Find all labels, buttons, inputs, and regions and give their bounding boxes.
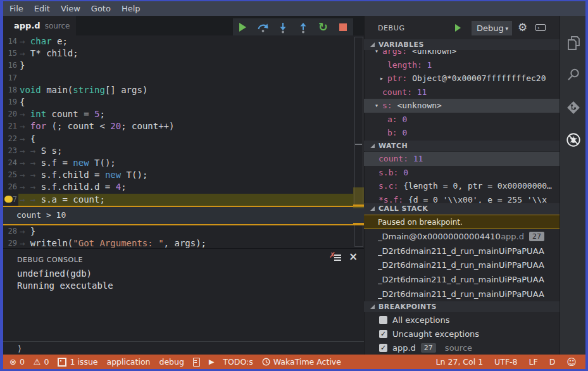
- line-number[interactable]: 25: [3, 169, 17, 181]
- callstack-frame[interactable]: _D2rt6dmain211_d_run_mainUiPPaPUAA…: [364, 244, 560, 258]
- callstack-frame[interactable]: _D2rt6dmain211_d_run_mainUiPPaPUAA…: [364, 287, 560, 301]
- line-number[interactable]: 17: [3, 72, 17, 84]
- console-prompt[interactable]: ⟩: [17, 344, 22, 353]
- breakpoint-item[interactable]: ✓Uncaught exceptions: [364, 327, 560, 341]
- restart-button[interactable]: ↻: [315, 20, 330, 34]
- status-errors[interactable]: ⊗ 0: [9, 357, 25, 367]
- line-number[interactable]: 28: [3, 225, 17, 237]
- section-header-breakpoints[interactable]: BREAKPOINTS: [364, 301, 560, 312]
- code-line-21[interactable]: 21→ for (; count < 20; count++): [3, 120, 353, 132]
- variable-row[interactable]: b: 0: [364, 126, 560, 140]
- watch-row[interactable]: s.c: {length = 0, ptr = 0x00000000…: [364, 179, 560, 193]
- breakpoint-item[interactable]: All exceptions: [364, 313, 560, 327]
- menu-item-view[interactable]: View: [61, 4, 80, 13]
- line-number[interactable]: 24: [3, 157, 17, 169]
- code-line-24[interactable]: 24→ → s.f = new T();: [3, 157, 353, 169]
- status-file-button[interactable]: [193, 358, 200, 367]
- code-line-16[interactable]: 16}: [3, 60, 353, 72]
- line-number[interactable]: 19: [3, 96, 17, 108]
- code-line-25[interactable]: 25→ → s.f.child = new T();: [3, 169, 353, 181]
- watch-row[interactable]: *s.f: {d = 0 '\\x00', e = 255 '\\x: [364, 193, 560, 204]
- step-out-button[interactable]: [296, 20, 311, 34]
- code-line-19[interactable]: 19{: [3, 96, 353, 108]
- line-number[interactable]: 20: [3, 108, 17, 120]
- variable-row[interactable]: a: 0: [364, 113, 560, 127]
- code-line-17[interactable]: 17: [3, 72, 353, 84]
- restart-icon: ↻: [318, 22, 328, 33]
- section-header-call-stack[interactable]: CALL STACK: [364, 203, 560, 214]
- callstack-frame[interactable]: _Dmain@0x0000000000441055app.d27: [364, 229, 560, 244]
- menu-item-edit[interactable]: Edit: [34, 4, 50, 13]
- menu-item-goto[interactable]: Goto: [91, 4, 111, 13]
- code-line-29[interactable]: 29→ writeln("Got Arguments: ", args);: [3, 237, 353, 248]
- variable-row[interactable]: length: 1: [364, 58, 560, 72]
- status-application[interactable]: application: [107, 357, 151, 367]
- status-wakatime[interactable]: WakaTime Active: [262, 357, 341, 367]
- continue-button[interactable]: [235, 20, 251, 34]
- section-header-variables[interactable]: VARIABLES: [364, 39, 560, 50]
- code-line-14[interactable]: 14→ char e;: [3, 35, 353, 47]
- breakpoint-item[interactable]: ✓app.d27source: [364, 341, 560, 355]
- step-over-button[interactable]: [255, 20, 270, 34]
- line-number[interactable]: 14: [3, 35, 17, 47]
- status-todos[interactable]: TODO:s: [223, 357, 253, 367]
- code-line-26[interactable]: 26→ → s.f.child.d = 4;: [3, 181, 353, 193]
- checkbox[interactable]: ✓: [379, 330, 387, 338]
- status-language[interactable]: D: [549, 357, 556, 367]
- variable-row[interactable]: count: 11: [364, 85, 560, 99]
- callstack-frame[interactable]: _D2rt6dmain211_d_run_mainUiPPaPUAA…: [364, 258, 560, 273]
- status-debug[interactable]: debug: [159, 357, 184, 367]
- code-line-15[interactable]: 15→ T* child;: [3, 47, 353, 60]
- step-over-icon: [256, 21, 269, 34]
- code-editor[interactable]: 14→ char e;15→ T* child;16}1718void main…: [3, 35, 364, 248]
- expand-icon[interactable]: ▸: [380, 72, 384, 85]
- code-line-27[interactable]: 27→ → s.a = count;: [3, 194, 353, 206]
- menu-item-help[interactable]: Help: [122, 4, 141, 13]
- status-run-button[interactable]: ▶: [209, 358, 214, 366]
- breakpoint-label: All exceptions: [392, 315, 450, 325]
- watch-row[interactable]: count: 11: [364, 152, 560, 166]
- stop-button[interactable]: [335, 20, 351, 34]
- variable-row[interactable]: ▾s: <unknown>: [364, 99, 560, 113]
- checkbox[interactable]: ✓: [379, 344, 387, 352]
- code-line-23[interactable]: 23→ → S s;: [3, 145, 353, 157]
- line-number[interactable]: 23: [3, 145, 17, 157]
- debug-disabled-button[interactable]: [565, 132, 582, 148]
- debug-profile-dropdown[interactable]: Debug ▾: [472, 21, 512, 35]
- status-feedback[interactable]: ☺: [566, 356, 577, 368]
- line-number[interactable]: 18: [3, 84, 17, 96]
- watch-row[interactable]: s.b: 0: [364, 166, 560, 180]
- line-number[interactable]: 15: [3, 47, 17, 60]
- status-warnings[interactable]: ⚠ 0: [34, 357, 49, 367]
- line-number[interactable]: 22: [3, 133, 17, 145]
- clear-console-button[interactable]: ✗: [330, 253, 342, 263]
- code-line-22[interactable]: 22→ {: [3, 133, 353, 145]
- status-line-col[interactable]: Ln 27, Col 1: [436, 357, 484, 367]
- callstack-frame[interactable]: _D2rt6dmain211_d_run_mainUiPPaPUAA…: [364, 272, 560, 287]
- line-number[interactable]: 16: [3, 60, 17, 72]
- line-number[interactable]: 29: [3, 237, 17, 248]
- menu-item-file[interactable]: File: [9, 4, 23, 13]
- tab-app-d[interactable]: app.d source: [3, 16, 76, 35]
- search-button[interactable]: [565, 66, 582, 83]
- code-line-28[interactable]: 28→ }: [3, 225, 353, 237]
- source-control-button[interactable]: [565, 99, 582, 116]
- breakpoint-icon[interactable]: [4, 196, 13, 203]
- checkbox[interactable]: [379, 316, 387, 324]
- start-debug-button[interactable]: [455, 24, 461, 32]
- close-console-button[interactable]: ×: [349, 250, 358, 263]
- code-line-18[interactable]: 18void main(string[] args): [3, 84, 353, 96]
- open-console-icon[interactable]: ›: [535, 24, 546, 31]
- status-issues[interactable]: 1 issue: [58, 357, 97, 367]
- section-header-watch[interactable]: WATCH: [364, 141, 560, 151]
- code-line-20[interactable]: 20→ int count = 5;: [3, 108, 353, 120]
- line-number[interactable]: 21: [3, 120, 17, 132]
- variable-row[interactable]: ▸ptr: Object@*0x00007ffffffffec20: [364, 72, 560, 85]
- step-into-button[interactable]: [275, 20, 291, 34]
- status-eol[interactable]: LF: [529, 357, 538, 367]
- expand-icon[interactable]: ▾: [375, 99, 378, 113]
- explorer-button[interactable]: [565, 35, 582, 51]
- status-encoding[interactable]: UTF-8: [494, 357, 517, 367]
- gear-icon[interactable]: ⚙: [518, 21, 527, 34]
- line-number[interactable]: 26: [3, 181, 17, 193]
